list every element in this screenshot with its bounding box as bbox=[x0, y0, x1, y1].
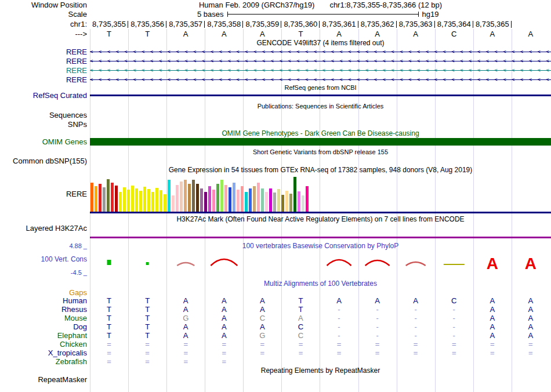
gtex-expression-bar[interactable] bbox=[212, 190, 215, 212]
omim-gene-bar[interactable] bbox=[90, 138, 551, 146]
omim-track-label[interactable]: OMIM Genes bbox=[0, 137, 90, 146]
gtex-expression-bar[interactable] bbox=[139, 191, 142, 212]
gtex-track-label[interactable]: RERE bbox=[0, 190, 90, 198]
gtex-expression-bar[interactable] bbox=[196, 184, 199, 212]
gtex-expression-bar[interactable] bbox=[119, 192, 122, 212]
gtex-expression-bar[interactable] bbox=[249, 188, 252, 212]
species-label[interactable]: Zebrafish bbox=[0, 357, 90, 366]
gtex-expression-bar[interactable] bbox=[281, 195, 284, 212]
gtex-expression-bar[interactable] bbox=[115, 186, 118, 212]
species-label[interactable]: Chicken bbox=[0, 340, 90, 349]
gtex-expression-bar[interactable] bbox=[95, 186, 97, 212]
gtex-expression-bar[interactable] bbox=[233, 183, 235, 212]
gtex-expression-bar[interactable] bbox=[131, 186, 134, 212]
h3k27ac-track-label[interactable]: Layered H3K27Ac bbox=[0, 224, 90, 233]
gene-label[interactable]: RERE bbox=[0, 75, 90, 84]
gene-label[interactable]: RERE bbox=[0, 48, 90, 56]
track-title-refseq[interactable]: RefSeq genes from NCBI bbox=[90, 84, 551, 91]
gtex-expression-bar[interactable] bbox=[123, 187, 126, 212]
gtex-expression-bar[interactable] bbox=[241, 186, 244, 212]
gtex-expression-bar[interactable] bbox=[147, 189, 150, 212]
gtex-expression-bar[interactable] bbox=[285, 191, 288, 212]
gtex-expression-bar[interactable] bbox=[306, 186, 309, 212]
gtex-expression-bar[interactable] bbox=[160, 190, 162, 212]
gtex-expression-bar[interactable] bbox=[135, 188, 138, 212]
gtex-expression-bar[interactable] bbox=[155, 188, 158, 212]
coordinate-ruler[interactable]: 8,735,3558,735,3568,735,3578,735,3588,73… bbox=[90, 20, 551, 28]
gtex-expression-bar[interactable] bbox=[257, 183, 260, 212]
gtex-expression-bar[interactable] bbox=[99, 184, 102, 212]
coordinate-tick[interactable]: 8,735,361 bbox=[320, 20, 358, 28]
gtex-expression-bar[interactable] bbox=[184, 180, 187, 212]
gtex-expression-bar[interactable] bbox=[293, 177, 296, 212]
gene-intron-arrows-icon[interactable]: < < < < < < < < < < < < < < < < < < < < … bbox=[90, 66, 551, 74]
gene-intron-arrows-icon[interactable]: < < < < < < < < < < < < < < < < < < < < … bbox=[90, 57, 551, 65]
repeatmasker-track-label[interactable]: RepeatMasker bbox=[0, 375, 90, 384]
gtex-expression-bar[interactable] bbox=[127, 190, 130, 212]
gtex-expression-bar[interactable] bbox=[245, 192, 248, 212]
track-title-gencode[interactable]: GENCODE V49lift37 (4 items filtered out) bbox=[90, 39, 551, 47]
gene-row[interactable]: RERE < < < < < < < < < < < < < < < < < <… bbox=[0, 75, 551, 84]
gene-intron-arrows-icon[interactable]: < < < < < < < < < < < < < < < < < < < < … bbox=[90, 75, 551, 84]
track-title-multiz[interactable]: Multiz Alignments of 100 Vertebrates bbox=[90, 280, 551, 288]
species-label[interactable]: Human bbox=[0, 296, 90, 305]
gtex-expression-bar[interactable] bbox=[265, 192, 268, 212]
gene-row[interactable]: RERE < < < < < < < < < < < < < < < < < <… bbox=[0, 47, 551, 56]
track-title-h3k27ac[interactable]: H3K27Ac Mark (Often Found Near Active Re… bbox=[90, 215, 551, 223]
gtex-expression-bar[interactable] bbox=[176, 185, 179, 212]
track-title-repeatmasker[interactable]: Repeating Elements by RepeatMasker bbox=[90, 366, 551, 375]
coordinate-tick[interactable]: 8,735,358 bbox=[205, 20, 243, 28]
gtex-expression-bar[interactable] bbox=[143, 187, 146, 212]
gtex-expression-bar[interactable] bbox=[164, 194, 166, 212]
gtex-expression-bar[interactable] bbox=[172, 195, 175, 212]
coordinate-tick[interactable]: 8,735,363 bbox=[397, 20, 435, 28]
gtex-expression-bar[interactable] bbox=[107, 179, 110, 212]
gtex-expression-bar[interactable] bbox=[302, 195, 304, 212]
coordinate-tick[interactable]: 8,735,356 bbox=[128, 20, 166, 28]
gtex-expression-bar[interactable] bbox=[289, 194, 292, 212]
species-label[interactable]: Elephant bbox=[0, 331, 90, 340]
track-title-phylop[interactable]: 100 vertebrates Basewise Conservation by… bbox=[90, 242, 551, 250]
gtex-expression-bar[interactable] bbox=[216, 184, 219, 212]
gtex-expression-bar[interactable] bbox=[111, 183, 114, 212]
refseq-track-label[interactable]: RefSeq Curated bbox=[0, 91, 90, 100]
gtex-expression-bar[interactable] bbox=[151, 192, 154, 212]
gtex-expression-bar[interactable] bbox=[90, 183, 93, 212]
coordinate-tick[interactable]: 8,735,364 bbox=[435, 20, 473, 28]
gtex-expression-bar[interactable] bbox=[269, 188, 272, 212]
phylop-track-label[interactable]: 100 Vert. Cons bbox=[41, 255, 87, 263]
gaps-row-label[interactable]: Gaps bbox=[0, 288, 90, 297]
gene-row[interactable]: RERE < < < < < < < < < < < < < < < < < <… bbox=[0, 56, 551, 66]
gtex-expression-bar[interactable] bbox=[261, 188, 264, 212]
gtex-expression-bar[interactable] bbox=[204, 192, 207, 212]
gtex-expression-bar[interactable] bbox=[229, 187, 231, 212]
sequences-track-label[interactable]: Sequences bbox=[0, 111, 90, 119]
gtex-expression-bar[interactable] bbox=[192, 180, 195, 212]
gtex-expression-bar[interactable] bbox=[208, 186, 211, 212]
gtex-expression-bar[interactable] bbox=[168, 180, 171, 212]
gtex-expression-bar[interactable] bbox=[200, 188, 203, 212]
dbsnp-track-label[interactable]: Common dbSNP(155) bbox=[0, 157, 90, 165]
track-title-gtex[interactable]: Gene Expression in 54 tissues from GTEx … bbox=[90, 166, 551, 174]
gene-row[interactable]: RERE < < < < < < < < < < < < < < < < < <… bbox=[0, 66, 551, 75]
coordinate-tick[interactable]: 8,735,355 bbox=[90, 20, 128, 28]
gtex-bar-chart[interactable] bbox=[90, 177, 309, 212]
species-label[interactable]: X_tropicalis bbox=[0, 349, 90, 357]
gene-label[interactable]: RERE bbox=[0, 57, 90, 66]
gtex-expression-bar[interactable] bbox=[277, 189, 280, 212]
gtex-expression-bar[interactable] bbox=[253, 186, 256, 212]
gtex-expression-bar[interactable] bbox=[298, 191, 300, 212]
species-label[interactable]: Mouse bbox=[0, 314, 90, 322]
track-title-dbsnp[interactable]: Short Genetic Variants from dbSNP releas… bbox=[90, 148, 551, 155]
gtex-expression-bar[interactable] bbox=[237, 190, 240, 212]
snps-track-label[interactable]: SNPs bbox=[0, 120, 90, 129]
refseq-gene-bar[interactable] bbox=[90, 95, 551, 96]
gene-intron-arrows-icon[interactable]: < < < < < < < < < < < < < < < < < < < < … bbox=[90, 48, 551, 56]
coordinate-tick[interactable]: 8,735,360 bbox=[281, 20, 320, 28]
phylop-conservation-plot[interactable]: AA bbox=[90, 250, 550, 278]
coordinate-tick[interactable]: 8,735,362 bbox=[358, 20, 397, 28]
species-label[interactable]: Dog bbox=[0, 322, 90, 331]
coordinate-tick[interactable]: 8,735,365 bbox=[473, 20, 512, 28]
gtex-expression-bar[interactable] bbox=[103, 187, 106, 212]
track-title-omim[interactable]: OMIM Gene Phenotypes - Dark Green Can Be… bbox=[90, 129, 551, 137]
